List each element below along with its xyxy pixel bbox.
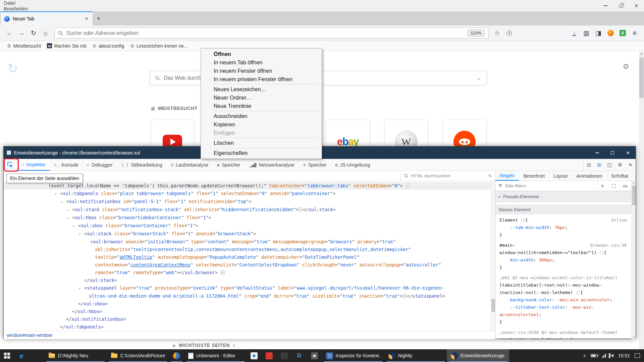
rule-line[interactable]: browser.css:26#main-: [499, 242, 627, 249]
chevron-down-icon[interactable]: ∨: [232, 343, 236, 348]
markup-line[interactable]: </xul:stack>: [4, 277, 495, 284]
taskbar-task-inspector-für-kontext[interactable]: Inspector für Kontext...: [322, 349, 384, 362]
rule-line[interactable]: …owser.css:5590 @(-moz-windows-default-t…: [499, 329, 627, 336]
menu-hamburger-icon[interactable]: ≡: [629, 27, 641, 39]
devtools-minimize-button[interactable]: [589, 149, 605, 157]
reload-icon[interactable]: ↻: [28, 27, 40, 39]
devtools-tab-inspektor[interactable]: ❐Inspektor: [17, 159, 50, 171]
rule-line[interactable]: :root:not(:-moz-lwtheme) {: [499, 336, 627, 339]
pseudo-class-panel-icon[interactable]: [609, 181, 618, 191]
breadcrumb-node[interactable]: window#main-window: [7, 333, 52, 338]
home-icon[interactable]: ⌂: [40, 27, 52, 39]
taskbar-app-edge[interactable]: e: [14, 349, 29, 362]
context-menu-item-eigenschaften[interactable]: Eigenschaften: [201, 149, 322, 157]
clock-time[interactable]: 15:51: [618, 353, 630, 358]
sidebar-tab-schriftar[interactable]: Schriftar: [607, 171, 633, 181]
devtools-tab-laufzeitanalyse[interactable]: ◔Laufzeitanalyse: [167, 159, 213, 171]
downloads-icon[interactable]: ↓: [568, 27, 580, 39]
devtools-maximize-button[interactable]: [605, 149, 620, 157]
twisty-icon[interactable]: ▾: [55, 190, 60, 198]
markup-line[interactable]: </xul:tabpanels>: [4, 323, 495, 331]
rule-line[interactable]: window:not([chromehidden~="toolbar"]) {: [499, 249, 627, 256]
restore-button[interactable]: [613, 0, 629, 11]
markup-line[interactable]: xbl:inherits="tooltip=contenttooltip,con…: [4, 246, 495, 253]
rule-line[interactable]: }: [499, 231, 627, 239]
menubar-item-datei[interactable]: Datei: [0, 0, 36, 6]
rule-source-link[interactable]: browser.css:26: [590, 242, 627, 249]
twisty-icon[interactable]: ▾: [73, 222, 78, 230]
rules-scrollbar[interactable]: ∧ ∨: [631, 181, 636, 339]
twisty-icon[interactable]: ▸: [499, 195, 500, 198]
addon-fox-icon[interactable]: [604, 27, 616, 39]
style-filter-input[interactable]: Stile filtern: [505, 183, 596, 188]
action-center-icon[interactable]: [635, 353, 640, 358]
pseudo-elements-section[interactable]: ▸ Pseudo-Elemente: [495, 191, 636, 202]
close-button[interactable]: ×: [629, 0, 644, 11]
page-scrollbar[interactable]: ∧: [639, 51, 644, 349]
rule-line[interactable]: InlineElement {: [499, 217, 627, 224]
markup-token-badge[interactable]: ⋯: [299, 207, 303, 212]
devtools-tab-netzwerkanalyse[interactable]: ▁▄▇Netzwerkanalyse: [245, 159, 299, 171]
context-menu-item-neuer-ordner[interactable]: Neuer Ordner…: [201, 94, 322, 102]
scrollbar-thumb[interactable]: [491, 299, 495, 312]
markup-line[interactable]: (event.target.localName == 'tabpanels') …: [4, 182, 495, 190]
rule-token-prop[interactable]: background-color: [510, 297, 552, 302]
new-tab-button[interactable]: +: [93, 11, 105, 25]
devtools-tab-speicher[interactable]: ◉Speicher: [213, 159, 245, 171]
markup-line[interactable]: ▾<xul:hbox class="browserSidebarContaine…: [4, 214, 495, 222]
add-rule-button[interactable]: +: [598, 181, 607, 191]
devtools-close-icon[interactable]: ✕: [625, 159, 636, 171]
rule-token-prop[interactable]: min-width: [510, 257, 533, 262]
sidebar-toggle-icon[interactable]: ◨: [592, 27, 604, 39]
battery-icon[interactable]: [591, 354, 597, 357]
minimize-button[interactable]: [598, 0, 613, 11]
rule-token-pval[interactable]: -moz-win-: [570, 305, 594, 310]
start-button[interactable]: [0, 349, 14, 362]
history-clock-icon[interactable]: [503, 27, 515, 39]
markup-line[interactable]: ▸<xul:stack class="notificationbox-stack…: [4, 206, 495, 214]
selector-highlighter-icon[interactable]: [600, 251, 603, 254]
markup-line[interactable]: ▸<statuspanel layer="true" previoustype=…: [4, 284, 495, 292]
rule-source-link[interactable]: Inline: [611, 217, 627, 224]
rule-token-prop[interactable]: --tab-min-width: [510, 225, 549, 230]
scrollbar-thumb[interactable]: [632, 186, 636, 205]
html-search-input[interactable]: HTML durchsuchen: [400, 171, 485, 181]
context-menu-item-in-neuem-fenster-öffnen[interactable]: In neuem Fenster öffnen: [201, 67, 322, 75]
tray-chevron-icon[interactable]: ∧: [583, 353, 586, 358]
taskbar-task-unbenannt-editor[interactable]: Unbenannt - Editor: [184, 349, 247, 362]
taskbar-app-darkapp[interactable]: [277, 349, 292, 362]
class-panel-button[interactable]: .cls: [620, 181, 629, 191]
bookmark-item-machen-sie-mit[interactable]: mMachen Sie mit: [44, 41, 89, 51]
grid-icon[interactable]: ⊞: [594, 159, 604, 171]
twisty-icon[interactable]: ▾: [67, 214, 72, 222]
dock-side-icon[interactable]: ◫: [604, 159, 615, 171]
twisty-icon[interactable]: ▾: [61, 198, 66, 206]
rule-token-prop[interactable]: --titlebar-text-color: [510, 305, 565, 310]
markup-line[interactable]: tooltip="aHTMLTooltip" autocompletepopup…: [4, 253, 495, 261]
bookmark-item-about-config[interactable]: ⊕about:config: [90, 41, 127, 51]
dock-bottom-icon[interactable]: ⊟: [584, 159, 594, 171]
taskbar-task-entwicklerwerkzeuge[interactable]: Entwicklerwerkzeuge ...: [447, 349, 509, 362]
rule-line[interactable]: inactive):not(:-moz-lwtheme) {: [499, 289, 627, 296]
rule-line[interactable]: --titlebar-text-color: -moz-win-: [499, 304, 627, 311]
devtools-tab-debugger[interactable]: ▷Debugger: [83, 159, 117, 171]
settings-gear-icon[interactable]: ⚙: [615, 159, 625, 171]
bookmark-item-meistbesucht[interactable]: ⚙Meistbesucht: [4, 41, 44, 51]
markup-line[interactable]: remote="true" remoteType="web"></xul:bro…: [4, 269, 495, 277]
network-icon[interactable]: [602, 354, 606, 358]
markup-line[interactable]: contextmenu="contentAreaContextMenu" sel…: [4, 261, 495, 269]
context-menu-item-kopieren[interactable]: Kopieren: [201, 120, 322, 129]
devtools-tab-speicher[interactable]: ≣Speicher: [299, 159, 331, 171]
markup-line[interactable]: </xul:notificationbox>: [4, 315, 495, 323]
library-icon[interactable]: ▥: [580, 27, 592, 39]
rule-token-pval[interactable]: 300px: [539, 257, 552, 262]
sidebar-tab-berechnet[interactable]: Berechnet: [519, 171, 549, 181]
devtools-tab-js-umgebung[interactable]: ▤JS-Umgebung: [331, 159, 375, 171]
rule-token-pval[interactable]: 76px: [554, 225, 565, 230]
markup-scrollbar[interactable]: [491, 181, 495, 331]
sidebar-tab-layout[interactable]: Layout: [549, 171, 572, 181]
edit-node-pen-icon[interactable]: ✎: [485, 171, 495, 181]
tab-neuer-tab[interactable]: Neuer Tab ×: [1, 11, 93, 25]
markup-line[interactable]: ▾<xul:stack class="browserStack" flex="1…: [4, 230, 495, 238]
devtools-tab-konsole[interactable]: >_Konsole: [50, 159, 83, 171]
